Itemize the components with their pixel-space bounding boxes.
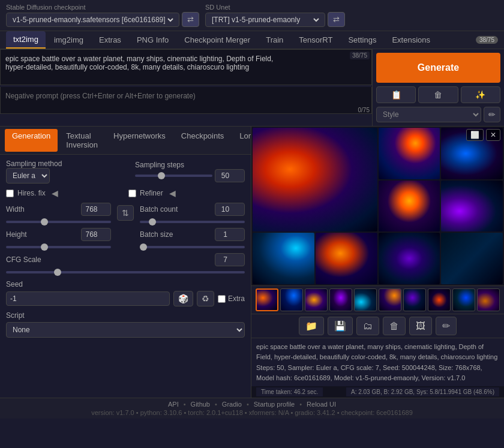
tab-checkpoint-merger[interactable]: Checkpoint Merger — [177, 32, 257, 48]
seed-input[interactable] — [6, 291, 170, 306]
image-expand-btn[interactable]: ⬜ — [466, 129, 484, 141]
seed-extra-label[interactable]: Extra — [218, 294, 245, 303]
script-select[interactable]: None — [6, 322, 245, 338]
zip-btn[interactable]: 🗂 — [356, 317, 379, 335]
gen-tab-checkpoints[interactable]: Checkpoints — [174, 129, 232, 152]
thumbnail-2[interactable] — [280, 288, 303, 311]
footer-api[interactable]: API — [168, 401, 179, 408]
thumbnail-6[interactable] — [379, 288, 401, 311]
footer-reload-ui[interactable]: Reload UI — [307, 401, 336, 408]
tab-extensions[interactable]: Extensions — [385, 32, 437, 48]
steps-input[interactable] — [215, 169, 245, 182]
batch-size-input[interactable] — [215, 228, 245, 241]
thumbnail-5[interactable] — [354, 288, 377, 311]
image-close-btn[interactable]: ✕ — [486, 129, 500, 141]
checkpoint-select-wrapper[interactable]: v1-5-pruned-emaonly.safetensors [6ce0161… — [6, 13, 179, 27]
image-grid-area: ⬜ ✕ — [251, 127, 504, 285]
sd-unet-select-wrapper[interactable]: [TRT] v1-5-pruned-emaonly — [205, 13, 325, 27]
negative-prompt[interactable] — [0, 87, 372, 114]
grid-image-2[interactable] — [379, 128, 440, 179]
gen-tab-textual-inversion[interactable]: Textual Inversion — [59, 129, 105, 152]
grid-image-4[interactable] — [379, 181, 440, 232]
footer-github[interactable]: Github — [191, 401, 210, 408]
cfg-scale-group: CFG Scale — [6, 253, 245, 275]
width-group: Width — [6, 203, 111, 223]
checkpoint-select[interactable]: v1-5-pruned-emaonly.safetensors [6ce0161… — [10, 15, 175, 25]
gen-tab-hypernetworks[interactable]: Hypernetworks — [106, 129, 173, 152]
seed-extra-checkbox[interactable] — [218, 295, 226, 303]
generate-button[interactable]: Generate — [376, 53, 500, 83]
grid-image-5[interactable] — [441, 181, 503, 232]
style-select[interactable]: Style — [376, 107, 481, 122]
two-panel: Generation Textual Inversion Hypernetwor… — [0, 127, 504, 398]
seed-random-btn[interactable]: 🎲 — [173, 291, 193, 306]
cfg-scale-slider[interactable] — [6, 271, 245, 273]
sd-unet-group: SD Unet [TRT] v1-5-pruned-emaonly ⇄ — [205, 4, 345, 27]
refiner-checkbox[interactable] — [128, 190, 136, 197]
grid-image-8[interactable] — [379, 233, 440, 284]
save-btn[interactable]: 💾 — [328, 317, 353, 335]
gen-tabs: Generation Textual Inversion Hypernetwor… — [0, 127, 251, 155]
grid-image-7[interactable] — [316, 233, 377, 284]
thumbnail-7[interactable] — [403, 288, 426, 311]
swap-dimensions-btn[interactable]: ⇅ — [117, 205, 134, 221]
sampling-method-select[interactable]: Euler a — [6, 168, 50, 184]
footer-gradio[interactable]: Gradio — [222, 401, 242, 408]
tab-img2img[interactable]: img2img — [47, 32, 91, 48]
thumbnail-8[interactable] — [428, 288, 451, 311]
open-folder-btn[interactable]: 📁 — [299, 317, 324, 335]
batch-size-label-row: Batch size — [140, 228, 245, 241]
grid-image-1[interactable] — [253, 128, 377, 231]
tab-settings[interactable]: Settings — [341, 32, 383, 48]
tab-png-info[interactable]: PNG Info — [130, 32, 176, 48]
refiner-arrow[interactable]: ◀ — [167, 188, 178, 198]
steps-slider[interactable] — [135, 175, 212, 177]
thumbnail-3[interactable] — [305, 288, 328, 311]
tab-train[interactable]: Train — [259, 32, 290, 48]
delete-btn[interactable]: 🗑 — [383, 317, 406, 335]
grid-image-6[interactable] — [253, 233, 314, 284]
trash-btn[interactable]: 🗑 — [418, 86, 458, 103]
sampling-steps-group: Sampling steps — [135, 161, 245, 182]
batch-size-slider[interactable] — [140, 246, 245, 248]
cfg-scale-input[interactable] — [215, 253, 245, 266]
tab-extras[interactable]: Extras — [92, 32, 128, 48]
batch-count-slider[interactable] — [140, 221, 245, 223]
width-slider[interactable] — [6, 221, 111, 223]
batch-size-label: Batch size — [140, 230, 200, 239]
thumbnail-1[interactable] — [256, 288, 278, 311]
sampling-method-label: Sampling method — [6, 160, 129, 168]
seed-row: 🎲 ♻ Extra — [6, 291, 245, 306]
thumbnail-4[interactable] — [329, 288, 352, 311]
image-grid — [251, 127, 504, 285]
checkpoint-group: Stable Diffusion checkpoint v1-5-pruned-… — [6, 4, 199, 27]
thumbnail-9[interactable] — [452, 288, 475, 311]
send-img2img-btn[interactable]: 🖼 — [409, 317, 432, 335]
style-apply-btn[interactable]: ✏ — [484, 107, 500, 122]
footer-startup-profile[interactable]: Startup profile — [254, 401, 295, 408]
batch-size-group: Batch size — [140, 228, 245, 248]
gen-tab-generation[interactable]: Generation — [5, 129, 58, 152]
tab-tensorrt[interactable]: TensorRT — [292, 32, 340, 48]
tab-txt2img[interactable]: txt2img — [6, 31, 46, 49]
seed-recycle-btn[interactable]: ♻ — [197, 291, 214, 306]
batch-count-input[interactable] — [215, 203, 245, 216]
controls-area: Sampling method Euler a Sampling steps — [0, 155, 251, 398]
height-input[interactable] — [81, 228, 111, 241]
thumbnail-10[interactable] — [477, 288, 500, 311]
footer-versions: version: v1.7.0 • python: 3.10.6 • torch… — [0, 409, 504, 416]
edit-btn[interactable]: ✏ — [436, 317, 457, 335]
positive-prompt[interactable]: epic space battle over a water planet, m… — [0, 49, 372, 85]
paste-btn[interactable]: 📋 — [376, 86, 416, 103]
width-label-row: Width — [6, 203, 111, 216]
checkpoint-swap-btn[interactable]: ⇄ — [182, 12, 199, 27]
seed-group: Seed 🎲 ♻ Extra — [6, 280, 245, 306]
extra-btn[interactable]: ✨ — [461, 86, 500, 103]
hires-fix-checkbox[interactable] — [6, 190, 14, 197]
sd-unet-select[interactable]: [TRT] v1-5-pruned-emaonly — [209, 15, 321, 25]
hires-fix-arrow[interactable]: ◀ — [49, 188, 61, 198]
width-input[interactable] — [81, 203, 111, 216]
height-slider[interactable] — [6, 246, 111, 248]
grid-image-9[interactable] — [441, 233, 503, 284]
sd-unet-swap-btn[interactable]: ⇄ — [328, 12, 345, 27]
